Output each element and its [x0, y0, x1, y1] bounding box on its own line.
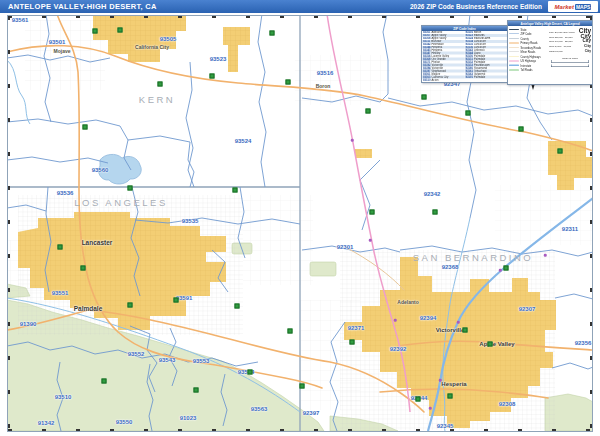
legend-population-item: Under 5,000City [549, 49, 591, 55]
legend-line-samples: StateZIP CodeCountyPrimary RoadsSecondar… [509, 27, 547, 72]
marketmaps-logo: Market MAPS [548, 1, 598, 12]
logo-maps-text: MAPS [575, 4, 591, 10]
zip-index-row: 93510Acton [422, 78, 465, 81]
zip-index-table: 92301Adelanto92307Apple Valley92308Apple… [422, 31, 507, 81]
zip-index-row: 93591Palmdale [465, 75, 508, 78]
neatline-ticks-bottom [8, 429, 592, 431]
legend-scale: Scale in Miles [549, 57, 591, 68]
neatline-ticks-left [8, 16, 10, 431]
map-canvas: KERNLOS ANGELESSAN BERNARDINO93561935019… [7, 15, 593, 432]
neatline-ticks-top [8, 16, 592, 18]
legend-population-samples: Pop. 50,000 and AboveCityOver 25,000 - 5… [549, 27, 591, 55]
page-title: ANTELOPE VALLEY-HIGH DESERT, CA [8, 2, 157, 11]
lake [99, 154, 142, 184]
edition-label: 2026 ZIP Code Business Reference Edition [410, 3, 542, 10]
map-poster-page: ANTELOPE VALLEY-HIGH DESERT, CA 2026 ZIP… [0, 0, 600, 436]
scale-bar-secondary [551, 65, 589, 68]
zip-index-panel: ZIP Code Index 92301Adelanto92307Apple V… [421, 25, 508, 83]
legend-line-item: Toll Roads [509, 68, 547, 73]
scale-bar-miles [551, 60, 589, 63]
map-legend-panel: Antelope Valley-High Desert, CA Legend S… [507, 20, 593, 85]
logo-market-text: Market [555, 4, 574, 10]
header-bar: ANTELOPE VALLEY-HIGH DESERT, CA 2026 ZIP… [0, 0, 600, 13]
legend-title: Antelope Valley-High Desert, CA Legend [508, 21, 592, 26]
